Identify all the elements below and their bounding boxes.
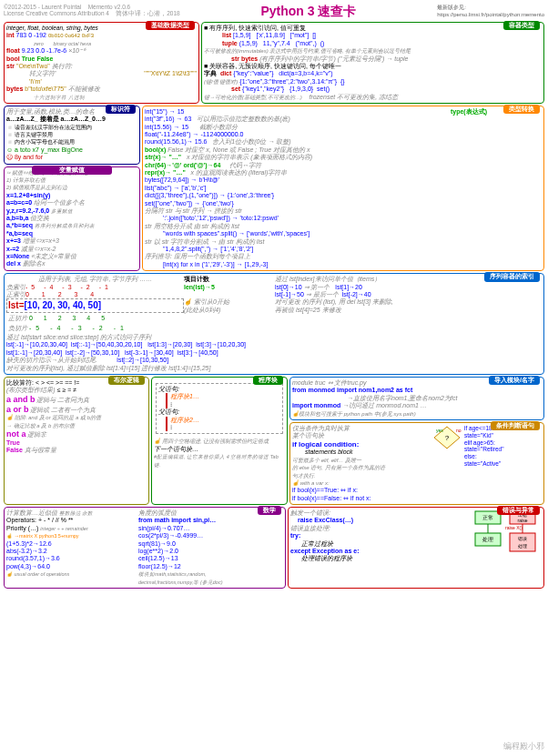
tag-conv: 类型转换	[503, 105, 540, 114]
tag-assign: 变量赋值	[32, 166, 113, 175]
tag-import: 导入模块/名字	[489, 376, 540, 385]
tag-err: 错误与异常	[497, 506, 540, 515]
tag-ident: 标识符	[106, 105, 136, 114]
tag-basetypes: 基础数据类型	[146, 21, 195, 30]
tag-container: 容器类型	[503, 21, 540, 30]
svg-text:no: no	[456, 428, 462, 433]
svg-text:错误: 错误	[517, 536, 527, 541]
svg-text:raise: raise	[518, 518, 528, 523]
tag-math: 数学	[258, 506, 281, 515]
svg-text:处理: 处理	[518, 543, 527, 549]
tag-block: 程序块	[253, 376, 283, 385]
svg-text:处理: 处理	[482, 537, 493, 542]
svg-text:yes: yes	[436, 428, 443, 433]
error-flow-diagram: 正常 出错raise 处理 错误处理 raise X()	[473, 509, 539, 564]
tag-cond: 条件判断语句	[491, 421, 540, 430]
page-title: Python 3 速查卡	[260, 4, 356, 20]
svg-text:正常: 正常	[482, 515, 493, 520]
tag-bool: 布尔逻辑	[108, 376, 145, 385]
svg-text:?: ?	[445, 434, 450, 442]
tag-seqidx: 序列容器的索引	[484, 272, 540, 281]
svg-text:raise X(): raise X()	[505, 525, 523, 530]
copyright: ©2012-2015 - Laurent Pointal	[4, 4, 81, 10]
